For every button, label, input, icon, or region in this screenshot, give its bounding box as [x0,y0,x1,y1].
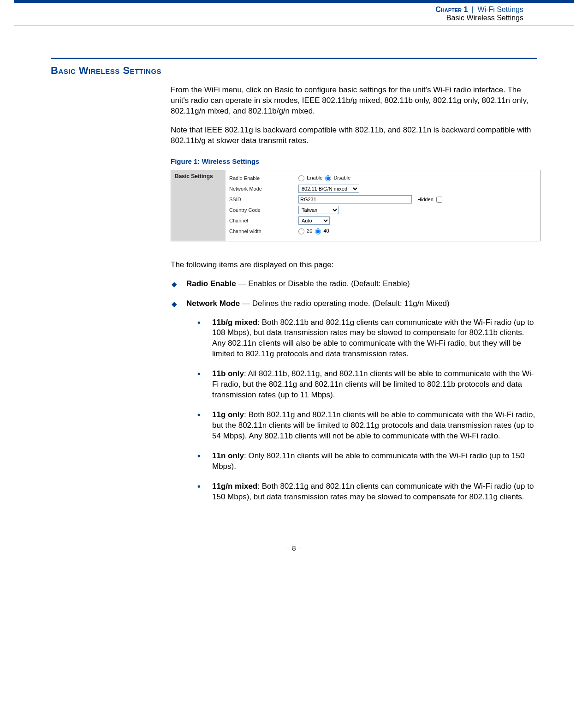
mode-bg-desc: : Both 802.11b and 802.11g clients can c… [212,318,534,359]
figure-main: Radio Enable Enable Disable Network Mode… [226,170,540,241]
header-pipe: | [470,6,475,13]
section-rule [51,58,537,59]
figure-sidebar-title: Basic Settings [171,170,226,241]
select-country[interactable]: Taiwan [298,206,339,214]
intro-paragraph-2: Note that IEEE 802.11g is backward compa… [171,125,537,146]
radio-chwidth-40[interactable]: 40 [315,228,329,234]
bullet-network-mode: Network Mode — Defines the radio operati… [171,299,537,503]
radio-disable-option[interactable]: Disable [325,175,350,181]
header-category: Wi-Fi Settings [477,6,523,13]
mode-11b-only: 11b only: All 802.11b, 802.11g, and 802.… [196,369,537,401]
select-channel[interactable]: Auto [298,216,330,225]
radio-enable-label: Enable [307,175,322,180]
header-chapter: Chapter 1 [435,6,468,13]
mode-n-name: 11n only [212,451,244,460]
label-ssid: SSID [229,197,298,202]
section-title: Basic Wireless Settings [51,65,537,77]
chwidth-40-label: 40 [323,228,329,234]
mode-gn-desc: : Both 802.11g and 802.11n clients can c… [212,482,534,501]
mode-11g-only: 11g only: Both 802.11g and 802.11n clien… [196,410,537,442]
figure-row-radio-enable: Radio Enable Enable Disable [229,173,536,184]
page-footer: – 8 – [0,530,588,561]
header-line1: Chapter 1 | Wi-Fi Settings [14,6,523,14]
bullet-radio-enable-desc: — Enables or Disable the radio. (Default… [236,279,410,288]
body-column: From the WiFi menu, click on Basic to co… [171,85,537,503]
figure-caption: Figure 1: Wireless Settings [171,157,537,165]
radio-disable-label: Disable [333,175,350,180]
figure-row-country: Country Code Taiwan [229,205,536,216]
chwidth-20-label: 20 [307,228,312,234]
bullet-network-mode-desc: — Defines the radio operating mode. (Def… [240,299,450,308]
label-channel: Channel [229,218,298,223]
figure-row-channel-width: Channel width 20 40 [229,226,536,237]
label-hidden: Hidden [417,197,434,202]
after-figure-text: The following items are displayed on thi… [171,260,537,270]
select-network-mode[interactable]: 802.11 B/G/N mixed [298,185,359,193]
page-header: Chapter 1 | Wi-Fi Settings Basic Wireles… [14,3,574,25]
square-list: 11b/g mixed: Both 802.11b and 802.11g cl… [186,318,537,503]
mode-g-name: 11g only [212,410,244,419]
label-network-mode: Network Mode [229,186,298,192]
figure-row-ssid: SSID Hidden [229,194,536,205]
radio-enable-option[interactable]: Enable [298,175,322,181]
checkbox-hidden[interactable] [436,197,442,203]
mode-b-desc: : All 802.11b, 802.11g, and 802.11n clie… [212,369,534,399]
mode-11gn-mixed: 11g/n mixed: Both 802.11g and 802.11n cl… [196,481,537,503]
label-channel-width: Channel width [229,228,298,234]
mode-gn-name: 11g/n mixed [212,482,257,491]
label-country: Country Code [229,207,298,213]
figure-row-network-mode: Network Mode 802.11 B/G/N mixed [229,184,536,194]
radio-chwidth-20[interactable]: 20 [298,228,312,234]
mode-n-desc: : Only 802.11n clients will be able to c… [212,451,524,471]
bullet-radio-enable: Radio Enable — Enables or Disable the ra… [171,279,537,289]
label-radio-enable: Radio Enable [229,175,298,181]
figure-row-channel: Channel Auto [229,216,536,226]
content: Basic Wireless Settings From the WiFi me… [0,30,588,530]
mode-b-name: 11b only [212,369,244,378]
mode-11n-only: 11n only: Only 802.11n clients will be a… [196,451,537,472]
mode-11bg-mixed: 11b/g mixed: Both 802.11b and 802.11g cl… [196,318,537,360]
bullet-radio-enable-name: Radio Enable [186,279,236,288]
bullet-network-mode-name: Network Mode [186,299,240,308]
figure-wireless-settings: Basic Settings Radio Enable Enable Disab… [171,170,540,241]
intro-paragraph-1: From the WiFi menu, click on Basic to co… [171,85,537,117]
header-subtitle: Basic Wireless Settings [14,14,523,22]
mode-g-desc: : Both 802.11g and 802.11n clients will … [212,410,535,440]
diamond-list: Radio Enable — Enables or Disable the ra… [171,279,537,503]
input-ssid[interactable] [298,195,412,204]
mode-bg-name: 11b/g mixed [212,318,257,327]
